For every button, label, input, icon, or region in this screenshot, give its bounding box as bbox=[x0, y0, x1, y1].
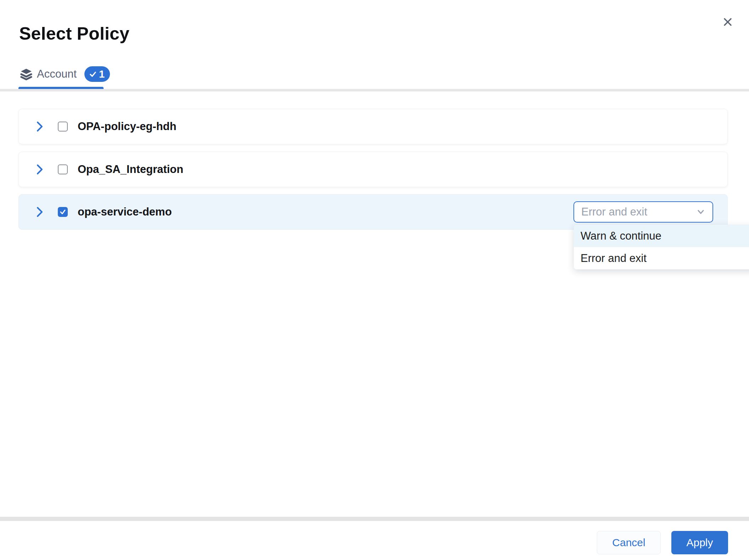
badge-check-icon bbox=[89, 70, 97, 78]
tab-label: Account bbox=[37, 68, 77, 80]
policy-name: OPA-policy-eg-hdh bbox=[78, 120, 176, 133]
tabs-divider bbox=[0, 89, 749, 91]
dialog-title: Select Policy bbox=[19, 23, 129, 44]
action-select-value: Error and exit bbox=[581, 206, 647, 218]
dropdown-option-error-exit[interactable]: Error and exit bbox=[574, 247, 749, 269]
policy-row: Opa_SA_Integration bbox=[18, 152, 728, 187]
policy-row-selected: opa-service-demo Error and exit bbox=[18, 194, 728, 230]
close-button[interactable] bbox=[720, 14, 736, 30]
expand-chevron-icon[interactable] bbox=[34, 206, 45, 218]
policy-name: opa-service-demo bbox=[78, 206, 172, 218]
dropdown-option-warn-continue[interactable]: Warn & continue bbox=[574, 225, 749, 247]
action-select[interactable]: Error and exit bbox=[573, 201, 713, 223]
apply-button[interactable]: Apply bbox=[671, 531, 728, 554]
check-icon bbox=[59, 208, 66, 215]
cancel-button[interactable]: Cancel bbox=[597, 531, 661, 554]
policy-row: OPA-policy-eg-hdh bbox=[18, 109, 728, 144]
tab-account[interactable]: Account 1 bbox=[19, 65, 110, 83]
policy-checkbox-checked[interactable] bbox=[58, 207, 68, 217]
layers-icon bbox=[19, 67, 33, 81]
badge-count: 1 bbox=[99, 68, 105, 80]
footer-divider bbox=[0, 517, 749, 521]
expand-chevron-icon[interactable] bbox=[34, 121, 45, 133]
policy-name: Opa_SA_Integration bbox=[78, 163, 183, 176]
policy-checkbox[interactable] bbox=[58, 164, 68, 174]
action-dropdown-menu: Warn & continue Error and exit bbox=[574, 225, 749, 269]
expand-chevron-icon[interactable] bbox=[34, 163, 45, 175]
selected-count-badge: 1 bbox=[84, 66, 110, 82]
chevron-down-icon bbox=[695, 208, 706, 215]
close-icon bbox=[722, 16, 734, 28]
policy-checkbox[interactable] bbox=[58, 122, 68, 131]
